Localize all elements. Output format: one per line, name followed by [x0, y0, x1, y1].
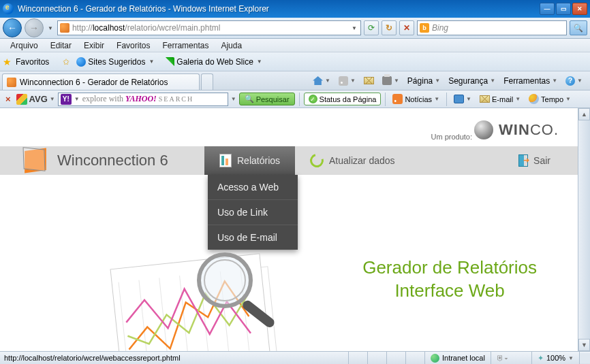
- ie-icon: [3, 3, 14, 14]
- mail-icon: [364, 77, 374, 84]
- new-tab-button[interactable]: [201, 73, 213, 90]
- add-favorite-icon[interactable]: ✩: [63, 57, 69, 67]
- atualizar-dados-button[interactable]: Atualizar dados: [295, 146, 410, 175]
- report-icon: [219, 154, 232, 167]
- tempo-button[interactable]: Tempo ▼: [526, 93, 574, 105]
- rss-icon: [392, 94, 403, 104]
- address-text: http://localhost/relatorio/wcrel/main.ph…: [72, 23, 347, 33]
- window-titlebar: Winconnection 6 - Gerador de Relatórios …: [0, 0, 590, 18]
- nav-history-dropdown[interactable]: ▼: [46, 25, 55, 31]
- window-title: Winconnection 6 - Gerador de Relatórios …: [18, 4, 540, 14]
- pesquisar-button[interactable]: 🔍Pesquisar: [239, 93, 295, 105]
- safety-menu[interactable]: Segurança▼: [445, 75, 499, 87]
- status-url: http://localhost/relatorio/wcrel/webacce…: [0, 354, 348, 362]
- favorites-label[interactable]: Favoritos: [16, 57, 49, 67]
- page-favicon: [60, 23, 69, 33]
- tab-title: Winconnection 6 - Gerador de Relatórios: [20, 78, 168, 87]
- zoom-control[interactable]: ✦ 100% ▼: [531, 352, 579, 364]
- status-seg-3: [386, 352, 405, 364]
- status-seg-2: [367, 352, 386, 364]
- avg-logo[interactable]: AVG ▼: [16, 94, 55, 105]
- sair-button[interactable]: Sair: [503, 146, 578, 175]
- check-icon: ✓: [309, 95, 317, 103]
- print-icon: [382, 76, 392, 85]
- menu-editar[interactable]: Editar: [44, 39, 78, 52]
- search-box[interactable]: b Bing: [417, 20, 567, 35]
- protected-mode[interactable]: ⛨▾: [491, 352, 531, 364]
- feeds-button[interactable]: ▼: [335, 75, 359, 87]
- vertical-scrollbar[interactable]: ▲ ▼: [578, 108, 590, 351]
- rss-icon: [339, 76, 348, 86]
- favorites-star-icon[interactable]: ★: [3, 56, 12, 67]
- forward-button[interactable]: →: [25, 18, 44, 37]
- maximize-button[interactable]: ▭: [556, 3, 571, 15]
- address-dropdown-icon[interactable]: ▼: [350, 25, 358, 31]
- compat-view-button[interactable]: ⟳: [364, 20, 379, 35]
- refresh-icon: [307, 151, 326, 169]
- tab-command-bar: Winconnection 6 - Gerador de Relatórios …: [0, 71, 590, 90]
- read-mail-button[interactable]: [360, 76, 377, 86]
- email-button[interactable]: E-mail ▼: [477, 94, 523, 105]
- help-icon: ?: [565, 76, 575, 86]
- yahoo-search-input[interactable]: Y! ▼ explore with YAHOO! SEARCH: [58, 93, 228, 106]
- status-seg-1: [348, 352, 367, 364]
- galeria-webslice-link[interactable]: Galeria do Web Slice ▼: [162, 56, 266, 68]
- search-drop[interactable]: ▼: [231, 96, 236, 102]
- browser-tab[interactable]: Winconnection 6 - Gerador de Relatórios: [2, 73, 200, 90]
- menu-ferramentas[interactable]: Ferramentas: [156, 39, 215, 52]
- ie-icon: [76, 57, 86, 67]
- hero-section: Gerador de Relatórios Interface Web: [0, 175, 578, 351]
- hero-illustration: 1 2 3 4 5 6 7 8 9 10: [102, 236, 320, 351]
- minimize-button[interactable]: —: [540, 3, 555, 15]
- winconnection-icon: [20, 148, 50, 173]
- help-button[interactable]: ?▼: [562, 75, 586, 87]
- winco-header: Um produto: WINCO.: [0, 108, 578, 146]
- print-button[interactable]: ▼: [379, 75, 403, 86]
- tools-menu[interactable]: Ferramentas▼: [500, 75, 561, 87]
- yahoo-icon: Y!: [61, 94, 72, 105]
- status-bar: http://localhost/relatorio/wcrel/webacce…: [0, 351, 590, 364]
- stop-button[interactable]: ✕: [399, 20, 414, 35]
- noticias-button[interactable]: Notícias ▼: [390, 93, 442, 105]
- monitor-icon: [454, 95, 464, 103]
- status-seg-4: [405, 352, 424, 364]
- menu-favoritos[interactable]: Favoritos: [110, 39, 156, 52]
- favorites-bar: ★ Favoritos ✩ Sites Sugeridos ▼ Galeria …: [0, 52, 590, 71]
- close-button[interactable]: ✕: [572, 3, 587, 15]
- sites-sugeridos-link[interactable]: Sites Sugeridos ▼: [74, 56, 158, 68]
- tab-favicon: [7, 78, 16, 87]
- menu-ajuda[interactable]: Ajuda: [215, 39, 248, 52]
- scroll-track[interactable]: [578, 120, 590, 339]
- weather-icon: [529, 94, 539, 104]
- back-button[interactable]: ←: [3, 18, 22, 37]
- address-bar[interactable]: http://localhost/relatorio/wcrel/main.ph…: [57, 20, 361, 35]
- menu-exibir[interactable]: Exibir: [78, 39, 110, 52]
- bing-icon: b: [420, 23, 429, 33]
- close-toolbar-button[interactable]: ×: [3, 94, 14, 104]
- chevron-down-icon: ▼: [147, 59, 155, 65]
- home-icon: [313, 76, 323, 85]
- home-button[interactable]: ▼: [309, 75, 334, 86]
- scroll-up-button[interactable]: ▲: [578, 108, 590, 120]
- page-status-button[interactable]: ✓ Status da Página: [304, 93, 382, 105]
- scroll-down-button[interactable]: ▼: [578, 339, 590, 351]
- svg-point-11: [204, 260, 245, 301]
- winco-ball-icon: [474, 120, 493, 139]
- avg-toolbar: × AVG ▼ Y! ▼ explore with YAHOO! SEARCH …: [0, 90, 590, 108]
- page-content: Um produto: WINCO. Winconnection 6 Relat…: [0, 108, 578, 351]
- page-menu[interactable]: Página▼: [404, 75, 444, 87]
- resize-grip[interactable]: [579, 352, 590, 364]
- menu-arquivo[interactable]: Arquivo: [4, 39, 44, 52]
- app-navbar: Winconnection 6 Relatórios Atualizar dad…: [0, 146, 578, 175]
- mail-icon: [480, 95, 490, 103]
- globe-icon: [431, 354, 439, 363]
- relatorios-menu[interactable]: Relatórios: [204, 146, 295, 175]
- security-zone[interactable]: Intranet local: [424, 352, 491, 364]
- search-go-button[interactable]: 🔍: [570, 20, 587, 35]
- navigation-bar: ← → ▼ http://localhost/relatorio/wcrel/m…: [0, 18, 590, 39]
- refresh-button[interactable]: ↻: [382, 20, 397, 35]
- avg-monitor-button[interactable]: ▼: [451, 93, 474, 105]
- app-logo: Winconnection 6: [0, 148, 204, 173]
- menu-bar: Arquivo Editar Exibir Favoritos Ferramen…: [0, 39, 590, 52]
- chevron-down-icon: ▼: [255, 59, 264, 65]
